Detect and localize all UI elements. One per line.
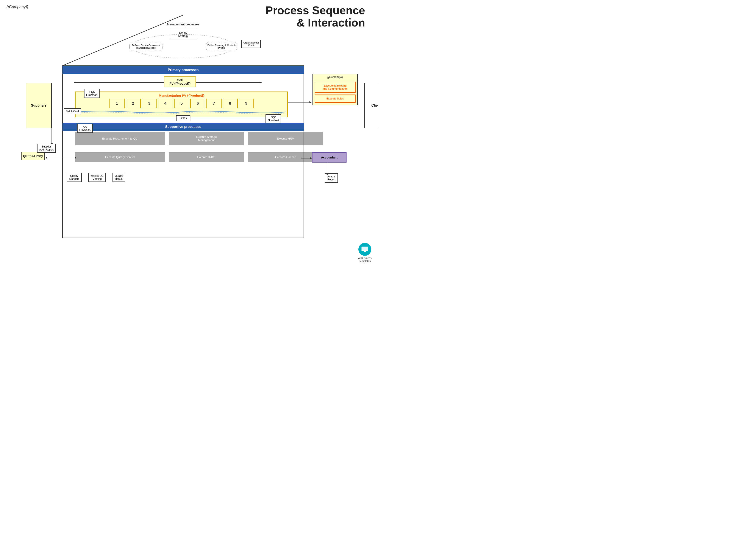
management-area: Management processes Define Strategy Def… <box>129 23 237 62</box>
supplier-audit-callout: Supplier Audit Report <box>37 144 56 153</box>
svg-rect-22 <box>363 252 367 252</box>
define-obtain-box: Define / Obtain Customer / market knowle… <box>129 42 163 51</box>
primary-bar: Primary processes <box>63 66 304 74</box>
step-1: 1 <box>109 99 124 108</box>
company-label-top: {{Company}} <box>7 5 28 9</box>
step-8: 8 <box>223 99 238 108</box>
steps-row: 1 2 3 4 5 6 7 8 9 <box>78 99 285 108</box>
svg-marker-16 <box>326 173 328 175</box>
suppliers-box: Suppliers <box>26 83 52 128</box>
step-2: 2 <box>126 99 141 108</box>
org-chart-callout: Organizational Chart <box>241 40 261 48</box>
execute-qc-box: Execute Quality Control <box>75 152 165 162</box>
quality-standard-callout: Quality Standard <box>67 173 82 182</box>
define-planning-box: Define Planning & Control-cyclus <box>206 42 237 51</box>
svg-rect-21 <box>364 251 366 252</box>
fqc-flowchart-callout: FQC Flowchart <box>265 114 281 123</box>
execute-hrm-box: Execute HRM <box>248 132 323 145</box>
step-3: 3 <box>142 99 157 108</box>
all-business-badge: AllBusiness Templates <box>358 243 371 263</box>
weekly-qc-callout: Weekly QC Meeting <box>88 173 106 182</box>
sop-callout: SOP's <box>176 115 190 121</box>
execute-storage-box: Execute Storage Management <box>169 132 244 145</box>
step-9: 9 <box>239 99 254 108</box>
svg-marker-7 <box>310 101 311 103</box>
supportive-bar: Supportive processes <box>63 123 304 131</box>
support-row-1: Execute Procurement & IQC Execute Storag… <box>75 132 323 145</box>
execute-sales-box: Execute Sales <box>315 94 356 103</box>
support-row-2: Execute Quality Control Execute IT/ICT E… <box>75 152 323 162</box>
svg-marker-10 <box>45 157 47 159</box>
clients-box: Clients <box>364 83 378 128</box>
iqc-flowchart-callout: IQC Flowchart <box>77 124 93 133</box>
execute-it-box: Execute IT/ICT <box>169 152 244 162</box>
all-business-icon <box>358 243 371 256</box>
accountant-box: Accountant <box>312 152 346 163</box>
sell-box: Sell PV {{Product}} <box>164 76 196 87</box>
quality-manual-callout: Quality Manual <box>113 173 125 182</box>
svg-rect-20 <box>362 247 368 250</box>
svg-marker-14 <box>310 157 312 159</box>
company-right-label: {{Company}} <box>313 74 357 80</box>
step-5: 5 <box>174 99 189 108</box>
ipqc-flowchart-callout: IPQC Flowchart <box>84 89 99 98</box>
company-right-box: {{Company}} Execute Marketing and Commun… <box>312 74 358 105</box>
svg-marker-5 <box>260 81 262 84</box>
management-label: Management processes <box>129 23 237 26</box>
step-7: 7 <box>206 99 222 108</box>
execute-procurement-box: Execute Procurement & IQC <box>75 132 165 145</box>
step-4: 4 <box>158 99 173 108</box>
execute-marketing-box: Execute Marketing and Communication <box>315 82 356 93</box>
manufacturing-title: Manufacturing PV {{Product}} <box>78 94 285 97</box>
qc-third-party-box: QC Third Party <box>21 152 45 160</box>
svg-marker-9 <box>75 157 77 159</box>
step-6: 6 <box>190 99 205 108</box>
batch-card-callout: Batch Card <box>64 108 81 114</box>
